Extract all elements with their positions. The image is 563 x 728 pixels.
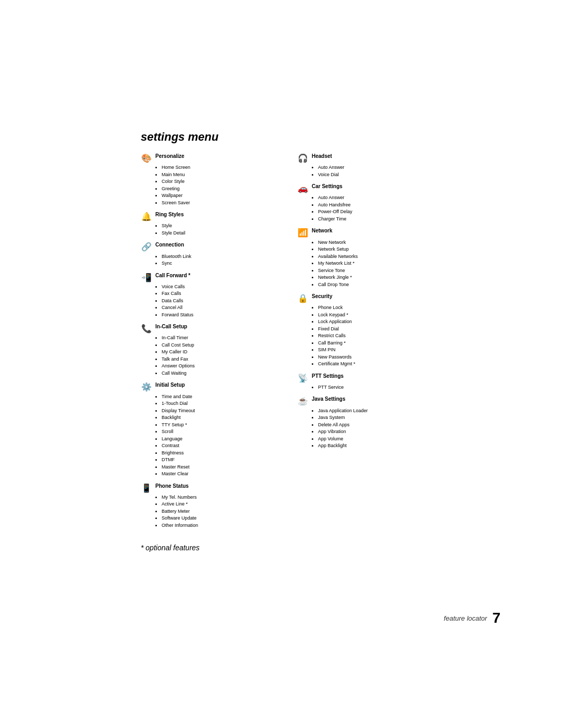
section-title-connection: Connection (155, 242, 184, 248)
phone-status-icon: 📱 (141, 483, 152, 493)
list-item: DTMF (162, 456, 282, 464)
section-items-car-settings: Auto AnswerAuto HandsfreePower-Off Delay… (312, 194, 438, 223)
in-call-setup-icon: 📞 (141, 324, 152, 334)
section-headset: 🎧HeadsetAuto AnswerVoice Dial (297, 153, 438, 178)
list-item: Auto Answer (318, 164, 438, 171)
list-item: Lock Application (318, 318, 438, 326)
list-item: Network Setup (318, 246, 438, 253)
list-item: New Passwords (318, 354, 438, 361)
section-items-call-forward: Voice CallsFax CallsData CallsCancel All… (155, 283, 282, 319)
car-settings-icon: 🚗 (297, 183, 309, 193)
section-title-headset: Headset (312, 153, 332, 159)
menu-columns: 🎨PersonalizeHome ScreenMain MenuColor St… (141, 153, 438, 534)
right-column: 🎧HeadsetAuto AnswerVoice Dial🚗Car Settin… (297, 153, 438, 455)
list-item: PTT Service (318, 384, 438, 391)
section-title-car-settings: Car Settings (312, 183, 342, 189)
list-item: Contrast (162, 442, 282, 450)
java-settings-icon: ☕ (297, 396, 309, 406)
list-item: Auto Handsfree (318, 202, 438, 209)
section-header-call-forward: 📲Call Forward * (141, 273, 282, 282)
list-item: Phone Lock (318, 304, 438, 312)
list-item: Call Drop Tone (318, 281, 438, 289)
list-item: Auto Answer (318, 194, 438, 202)
section-header-connection: 🔗Connection (141, 242, 282, 252)
section-items-ptt-settings: PTT Service (312, 384, 438, 391)
list-item: Sync (162, 260, 282, 267)
section-title-ptt-settings: PTT Settings (312, 373, 344, 379)
section-header-phone-status: 📱Phone Status (141, 483, 282, 493)
list-item: Service Tone (318, 267, 438, 275)
list-item: Talk and Fax (162, 356, 282, 363)
list-item: TTY Setup * (162, 422, 282, 429)
section-ring-styles: 🔔Ring StylesStyleStyle Detail (141, 212, 282, 237)
list-item: Call Waiting (162, 370, 282, 377)
list-item: Software Update (162, 515, 282, 522)
list-item: Brightness (162, 450, 282, 457)
ring-styles-icon: 🔔 (141, 212, 152, 221)
list-item: App Volume (318, 436, 438, 443)
list-item: My Tel. Numbers (162, 494, 282, 501)
list-item: Fax Calls (162, 290, 282, 298)
list-item: My Caller ID (162, 349, 282, 356)
list-item: Active Line * (162, 501, 282, 508)
section-header-network: 📶Network (297, 228, 438, 238)
section-header-car-settings: 🚗Car Settings (297, 183, 438, 193)
list-item: Certificate Mgmt * (318, 361, 438, 368)
section-security: 🔒SecurityPhone LockLock Keypad *Lock App… (297, 293, 438, 368)
list-item: In-Call Timer (162, 335, 282, 342)
headset-icon: 🎧 (297, 153, 309, 163)
list-item: Scroll (162, 428, 282, 436)
list-item: Other Information (162, 522, 282, 529)
section-header-personalize: 🎨Personalize (141, 153, 282, 163)
section-phone-status: 📱Phone StatusMy Tel. NumbersActive Line … (141, 483, 282, 529)
list-item: New Network (318, 239, 438, 246)
section-title-phone-status: Phone Status (155, 483, 189, 489)
list-item: Display Timeout (162, 408, 282, 415)
list-item: Style (162, 223, 282, 230)
page: settings menu 🎨PersonalizeHome ScreenMai… (0, 0, 563, 728)
page-title: settings menu (141, 130, 438, 144)
list-item: Main Menu (162, 171, 282, 179)
list-item: Home Screen (162, 164, 282, 171)
section-items-headset: Auto AnswerVoice Dial (312, 164, 438, 178)
footer-text: feature locator (444, 614, 487, 622)
section-in-call-setup: 📞In-Call SetupIn-Call TimerCall Cost Set… (141, 324, 282, 377)
call-forward-icon: 📲 (141, 273, 152, 282)
section-title-initial-setup: Initial Setup (155, 382, 185, 388)
list-item: Call Cost Setup (162, 342, 282, 349)
list-item: Greeting (162, 186, 282, 193)
list-item: Power-Off Delay (318, 208, 438, 216)
list-item: Network Jingle * (318, 274, 438, 281)
section-header-security: 🔒Security (297, 293, 438, 303)
section-title-in-call-setup: In-Call Setup (155, 324, 187, 329)
section-header-initial-setup: ⚙️Initial Setup (141, 382, 282, 392)
section-java-settings: ☕Java SettingsJava Application LoaderJav… (297, 396, 438, 449)
list-item: 1-Touch Dial (162, 400, 282, 408)
list-item: App Backlight (318, 442, 438, 450)
footer: feature locator 7 (444, 610, 500, 626)
list-item: Color Style (162, 178, 282, 186)
section-items-phone-status: My Tel. NumbersActive Line *Battery Mete… (155, 494, 282, 529)
section-call-forward: 📲Call Forward *Voice CallsFax CallsData … (141, 273, 282, 319)
section-items-connection: Bluetooth LinkSync (155, 253, 282, 267)
section-header-in-call-setup: 📞In-Call Setup (141, 324, 282, 334)
section-items-java-settings: Java Application LoaderJava SystemDelete… (312, 408, 438, 450)
list-item: App Vibration (318, 428, 438, 436)
section-network: 📶NetworkNew NetworkNetwork SetupAvailabl… (297, 228, 438, 288)
section-personalize: 🎨PersonalizeHome ScreenMain MenuColor St… (141, 153, 282, 206)
list-item: Charger Time (318, 216, 438, 223)
personalize-icon: 🎨 (141, 153, 152, 163)
list-item: Cancel All (162, 304, 282, 312)
optional-note: * optional features (141, 544, 438, 552)
list-item: My Network List * (318, 260, 438, 267)
list-item: Style Detail (162, 230, 282, 237)
list-item: Java Application Loader (318, 408, 438, 415)
list-item: Delete All Apps (318, 422, 438, 429)
security-icon: 🔒 (297, 293, 309, 303)
section-header-ptt-settings: 📡PTT Settings (297, 373, 438, 383)
section-title-ring-styles: Ring Styles (155, 212, 183, 217)
section-ptt-settings: 📡PTT SettingsPTT Service (297, 373, 438, 391)
list-item: Java System (318, 414, 438, 422)
list-item: Master Clear (162, 471, 282, 478)
list-item: Restrict Calls (318, 332, 438, 340)
